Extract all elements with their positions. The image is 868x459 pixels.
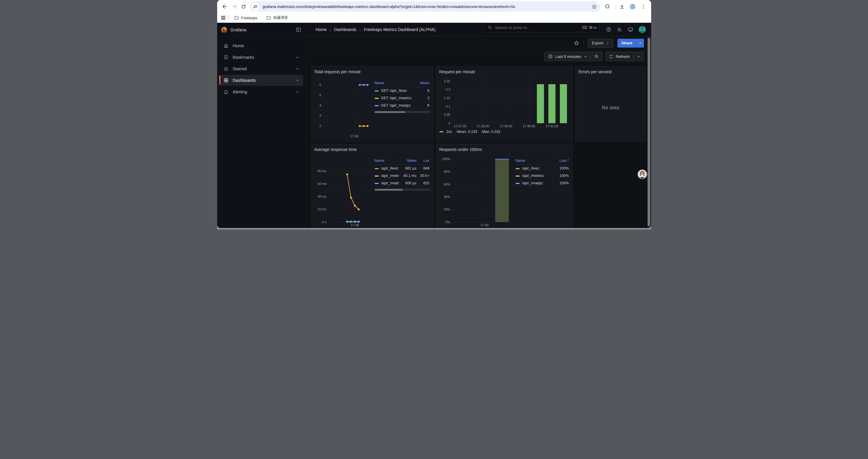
panel-title[interactable]: Requests under 100ms: [439, 146, 569, 153]
svg-text:17:40: 17:40: [480, 223, 489, 227]
requests-under-100ms-chart[interactable]: 100%80%60%40%20%0%17:40: [439, 154, 513, 227]
legend-table-container: NameMeanGET /api/_/livez6GET /api/_/metr…: [372, 80, 430, 139]
help-icon[interactable]: [606, 27, 611, 32]
time-toolbar: Last 5 minutes Refresh: [306, 50, 651, 63]
refresh-interval-button[interactable]: [633, 52, 644, 61]
chevron-down-icon[interactable]: [296, 67, 300, 71]
legend-row[interactable]: /api/_/livez661 µs646: [374, 165, 430, 172]
grafana-header-left: Grafana: [217, 23, 306, 36]
browser-window: Freeleaps 收藏博客 Grafana Home › Dashboards: [217, 0, 651, 228]
svg-text:0: 0: [448, 121, 450, 125]
request-per-minute-chart[interactable]: 0.250.20.150.10.05017:37:0017:38:0017:39…: [439, 76, 569, 129]
panel-title[interactable]: Total requests per minute: [314, 69, 430, 75]
svg-text:4: 4: [319, 104, 321, 107]
svg-text:0.2: 0.2: [445, 88, 450, 91]
chevron-down-icon[interactable]: [296, 55, 300, 59]
chevron-down-icon[interactable]: [296, 90, 300, 94]
average-response-time-chart[interactable]: 80 ms60 ms40 ms20 ms0 s17:40: [314, 154, 372, 227]
legend-row[interactable]: GET /api/_/metrics2: [374, 95, 430, 102]
user-avatar[interactable]: [639, 26, 646, 33]
series-max: Max: 0.233: [482, 130, 500, 134]
url-input[interactable]: [262, 4, 591, 9]
site-settings-icon[interactable]: [251, 3, 259, 11]
sidebar-item-dashboards[interactable]: Dashboards: [219, 75, 303, 86]
dock-menu-icon[interactable]: [296, 27, 301, 32]
url-bar[interactable]: [250, 1, 600, 11]
series-swatch: [375, 105, 379, 106]
legend-line[interactable]: 2xx Mean: 0.233 Max: 0.233: [439, 130, 569, 134]
sidebar-item-bookmarks[interactable]: Bookmarks: [219, 52, 303, 63]
legend-column-header[interactable]: Last *: [551, 158, 569, 165]
sidebar-item-alerting[interactable]: Alerting: [219, 86, 303, 97]
apps-grid-icon[interactable]: [221, 15, 226, 21]
back-icon[interactable]: [220, 2, 229, 11]
legend-row[interactable]: /api/_/livez100%: [515, 165, 569, 172]
series-swatch: [516, 175, 520, 177]
zoom-out-button[interactable]: [591, 52, 602, 61]
kiosk-mode-icon[interactable]: [628, 27, 633, 32]
svg-text:80%: 80%: [443, 170, 450, 173]
search-input[interactable]: [495, 25, 582, 30]
search-shortcut: ⌘+k: [582, 25, 596, 30]
dashboard-actions-bar: Export Share: [306, 37, 651, 50]
profile-icon[interactable]: [628, 2, 638, 11]
panel-title[interactable]: Average response time: [314, 146, 430, 153]
export-button[interactable]: Export: [588, 39, 613, 47]
page-scrollbar-track: [647, 37, 651, 228]
bookmark-folder-freeleaps[interactable]: Freeleaps: [231, 14, 260, 22]
reload-icon[interactable]: [239, 2, 248, 11]
legend-row[interactable]: GET /api/_/readyz6: [374, 102, 430, 109]
search-box[interactable]: ⌘+k: [484, 23, 599, 32]
news-icon[interactable]: [617, 27, 622, 32]
legend-hscrollbar[interactable]: [374, 111, 430, 113]
sidebar-item-home[interactable]: Home: [219, 40, 303, 51]
legend-row[interactable]: /api/_/metrics40.1 ms20.5 r: [374, 172, 430, 179]
browser-menu-icon[interactable]: [639, 2, 648, 11]
share-menu-arrow[interactable]: [637, 39, 644, 47]
legend-column-header[interactable]: Mean: [399, 158, 417, 165]
panel-title[interactable]: Errors per second: [579, 69, 643, 75]
refresh-button[interactable]: Refresh: [606, 52, 633, 61]
folder-icon: [234, 15, 239, 21]
bookmark-star-icon[interactable]: [591, 4, 597, 9]
breadcrumb-dashboards[interactable]: Dashboards: [334, 27, 356, 32]
breadcrumb-home[interactable]: Home: [316, 27, 327, 32]
legend-row[interactable]: /api/_/readyz100%: [515, 179, 569, 187]
legend-row[interactable]: /api/_/metrics100%: [515, 172, 569, 179]
breadcrumb-current[interactable]: Freeleaps Metrics Dashboard (ALPHA): [364, 27, 435, 32]
floating-assistant-avatar[interactable]: [638, 169, 647, 179]
favorite-star-icon[interactable]: [574, 40, 579, 46]
share-button[interactable]: Share: [617, 39, 644, 47]
time-range-button[interactable]: Last 5 minutes: [545, 52, 591, 61]
svg-text:17:40: 17:40: [351, 223, 359, 227]
total-requests-chart[interactable]: 6543217:40: [314, 76, 372, 138]
svg-text:5: 5: [319, 93, 321, 97]
product-name: Grafana: [230, 27, 246, 32]
svg-text:0.1: 0.1: [445, 104, 450, 108]
legend-column-header[interactable]: Name: [374, 158, 399, 165]
refresh-group: Refresh: [606, 52, 644, 61]
series-swatch: [375, 175, 379, 177]
legend-hscrollbar[interactable]: [374, 189, 430, 191]
legend-column-header[interactable]: Name: [374, 80, 412, 87]
legend-column-header[interactable]: Las: [417, 158, 430, 165]
folder-icon: [266, 15, 271, 21]
legend-column-header[interactable]: Name: [515, 158, 551, 165]
page-scrollbar-thumb[interactable]: [648, 38, 650, 226]
legend-row[interactable]: GET /api/_/livez6: [374, 87, 430, 95]
extensions-icon[interactable]: [603, 2, 613, 11]
legend-row[interactable]: /api/_/readyz605 µs620: [374, 179, 430, 187]
series-swatch: [375, 168, 379, 169]
grafana-logo[interactable]: [221, 26, 227, 33]
svg-text:2: 2: [319, 124, 321, 128]
legend-column-header[interactable]: Mean: [412, 80, 430, 87]
chevron-down-icon[interactable]: [296, 78, 300, 83]
breadcrumb: Home › Dashboards › Freeleaps Metrics Da…: [316, 23, 436, 36]
requests-under-100ms-svg: 100%80%60%40%20%0%17:40: [439, 154, 513, 227]
grafana-body: Home Bookmarks Starred Dashboards: [217, 37, 651, 228]
bookmark-folder-blogs[interactable]: 收藏博客: [264, 14, 290, 22]
sidebar-item-starred[interactable]: Starred: [219, 63, 303, 74]
svg-text:17:41:00: 17:41:00: [546, 124, 558, 128]
downloads-icon[interactable]: [617, 2, 627, 11]
panel-title[interactable]: Request per minute: [439, 69, 569, 75]
